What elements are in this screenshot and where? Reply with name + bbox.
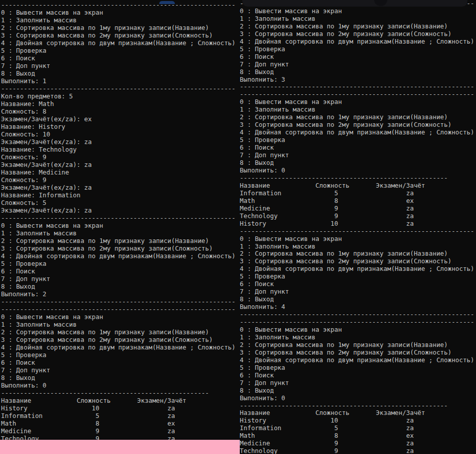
pink-highlight-overlay (0, 440, 240, 454)
console-output-left: ----------------------------------------… (1, 1, 236, 442)
terminal-window: ----------------------------------------… (0, 0, 476, 454)
window-shadow-artifact (242, 0, 467, 7)
overlay-blue-artifact (159, 1, 175, 4)
console-output-right: ----------------------------------------… (240, 0, 474, 454)
